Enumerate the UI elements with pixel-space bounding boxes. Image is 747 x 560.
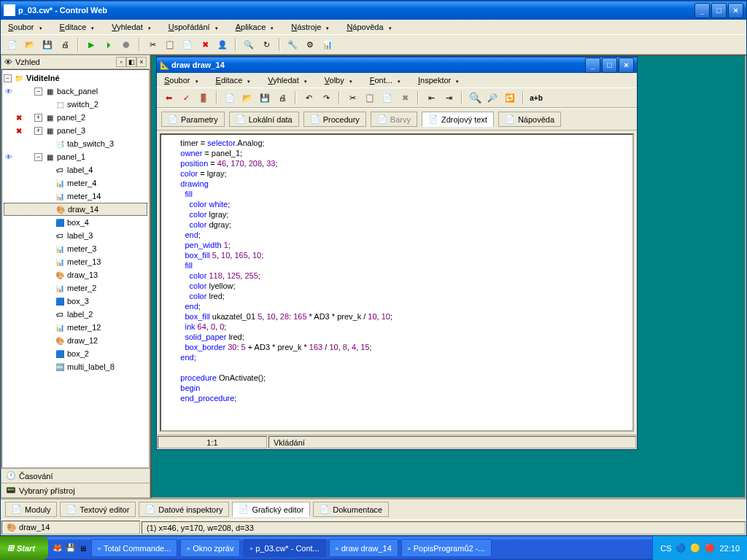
delete-icon[interactable]: ✖ (198, 37, 212, 52)
tab-procedury[interactable]: 📄Procedury (303, 112, 366, 127)
copy-icon[interactable]: 📋 (163, 37, 177, 52)
tree-item-draw_14[interactable]: 🎨draw_14 (4, 203, 147, 216)
tree-item-meter_12[interactable]: 📊meter_12 (4, 321, 147, 334)
task-4[interactable]: ▫PopisProgramů2 -... (401, 539, 492, 557)
cmenu-vyhledat[interactable]: Vyhledat ▾ (265, 74, 312, 86)
task-1[interactable]: ▫Okno zpráv (180, 539, 240, 557)
tree-item-panel_1[interactable]: 👁−▦panel_1 (4, 150, 147, 163)
tree-item-draw_12[interactable]: 🎨draw_12 (4, 334, 147, 347)
ct-redo-icon[interactable]: ↷ (319, 90, 333, 105)
ct-exit-icon[interactable]: ⬅ (161, 90, 176, 105)
child-maximize[interactable]: □ (602, 58, 617, 73)
maximize-button[interactable]: □ (711, 3, 727, 18)
tree-item-meter_3[interactable]: 📊meter_3 (4, 242, 147, 255)
tree-item-tab_switch_3[interactable]: 📑tab_switch_3 (4, 137, 147, 150)
btab-textový-editor[interactable]: 📄Textový editor (60, 502, 136, 517)
tree-view[interactable]: −📁Viditelné👁−▦back_panel⬚switch_2✖+▦pane… (1, 69, 150, 468)
code-editor[interactable]: timer = selector.Analog; owner = panel_1… (160, 133, 634, 432)
ct-paste-icon[interactable]: 📄 (380, 90, 395, 105)
zoom-icon[interactable]: 🔍 (241, 37, 256, 52)
panel-btn-1[interactable]: ▫ (116, 57, 126, 67)
task-2[interactable]: ▫p_03.cw* - Cont... (243, 539, 325, 557)
cmenu-font[interactable]: Font... ▾ (367, 74, 406, 86)
ct-undo-icon[interactable]: ↶ (301, 90, 316, 105)
user-icon[interactable]: 👤 (215, 37, 230, 52)
menu-vyhledat[interactable]: Vyhledat ▾ (109, 21, 156, 33)
tree-item-back_panel[interactable]: 👁−▦back_panel (4, 85, 147, 98)
cmenu-editace[interactable]: Editace ▾ (213, 74, 257, 86)
child-close[interactable]: × (619, 58, 634, 73)
menu-uspořádání[interactable]: Uspořádání ▾ (166, 21, 224, 33)
tree-item-label_2[interactable]: 🏷label_2 (4, 308, 147, 321)
clock[interactable]: 22:10 (719, 544, 740, 553)
paste-icon[interactable]: 📄 (180, 37, 195, 52)
tree-item-meter_14[interactable]: 📊meter_14 (4, 190, 147, 203)
tray3-icon[interactable]: 🔴 (705, 543, 715, 553)
tab-zdrojový-text[interactable]: 📄Zdrojový text (422, 112, 494, 127)
ct-check-icon[interactable]: ✓ (179, 90, 193, 105)
tray2-icon[interactable]: 🟡 (690, 543, 700, 553)
task-0[interactable]: ▫Total Commande... (91, 539, 177, 557)
tab-barvy[interactable]: 📄Barvy (371, 112, 417, 127)
tree-item-meter_13[interactable]: 📊meter_13 (4, 255, 147, 268)
menu-nápověda[interactable]: Nápověda ▾ (344, 21, 397, 33)
stop-icon[interactable]: ⬣ (119, 37, 133, 52)
selected-row[interactable]: 📟Vybraný přístroj (1, 483, 150, 498)
tree-item-switch_2[interactable]: ⬚switch_2 (4, 98, 147, 111)
quick2-icon[interactable]: 💾 (66, 543, 76, 553)
menu-nástroje[interactable]: Nástroje ▾ (288, 21, 335, 33)
new-icon[interactable]: 📄 (5, 37, 20, 52)
toggle-icon[interactable]: + (34, 127, 42, 135)
tool2-icon[interactable]: ⚙ (303, 37, 317, 52)
ct-delete-icon[interactable]: ✖ (398, 90, 412, 105)
run2-icon[interactable]: ⏵ (101, 37, 116, 52)
lang-indicator[interactable]: CS (660, 544, 671, 553)
btab-moduly[interactable]: 📄Moduly (5, 502, 57, 517)
btab-grafický-editor[interactable]: 📄Grafický editor (232, 502, 310, 517)
ct-door-icon[interactable]: 🚪 (196, 90, 211, 105)
ct-replace-icon[interactable]: 🔁 (503, 90, 517, 105)
toggle-icon[interactable]: − (34, 153, 42, 161)
task-3[interactable]: ▫draw draw_14 (329, 539, 398, 557)
minimize-button[interactable]: _ (694, 3, 710, 18)
tab-nápověda[interactable]: 📄Nápověda (498, 112, 561, 127)
ct-find-icon[interactable]: 🔍 (468, 90, 482, 105)
ct-ab-icon[interactable]: a+b (529, 90, 543, 105)
ct-new-icon[interactable]: 📄 (222, 90, 237, 105)
ct-indent-icon[interactable]: ⇤ (424, 90, 438, 105)
quick3-icon[interactable]: 🖥 (79, 544, 87, 553)
menu-aplikace[interactable]: Aplikace ▾ (233, 21, 280, 33)
cut-icon[interactable]: ✂ (145, 37, 160, 52)
start-button[interactable]: ⊞ Start (0, 536, 48, 560)
tab-parametry[interactable]: 📄Parametry (161, 112, 225, 127)
ct-cut-icon[interactable]: ✂ (345, 90, 360, 105)
cmenu-inspektor[interactable]: Inspektor ▾ (415, 74, 465, 86)
quick1-icon[interactable]: 🦊 (53, 543, 63, 553)
print-icon[interactable]: 🖨 (58, 37, 72, 52)
child-minimize[interactable]: _ (585, 58, 600, 73)
tree-item-draw_13[interactable]: 🎨draw_13 (4, 268, 147, 281)
tree-item-panel_3[interactable]: ✖+▦panel_3 (4, 124, 147, 137)
panel-btn-2[interactable]: ◧ (126, 57, 136, 67)
ct-print-icon[interactable]: 🖨 (275, 90, 290, 105)
menu-soubor[interactable]: Soubor ▾ (5, 21, 48, 33)
cmenu-volby[interactable]: Volby ▾ (322, 74, 358, 86)
panel-close[interactable]: × (136, 57, 147, 67)
toggle-icon[interactable]: + (34, 114, 42, 122)
tree-item-box_3[interactable]: 🟦box_3 (4, 295, 147, 308)
refresh-icon[interactable]: ↻ (259, 37, 274, 52)
btab-datové-inspektory[interactable]: 📄Datové inspektory (139, 502, 229, 517)
toggle-icon[interactable]: − (34, 88, 42, 96)
menu-editace[interactable]: Editace ▾ (57, 21, 101, 33)
ct-save-icon[interactable]: 💾 (258, 90, 272, 105)
close-button[interactable]: × (728, 3, 743, 18)
ct-copy-icon[interactable]: 📋 (363, 90, 377, 105)
ct-outdent-icon[interactable]: ⇥ (441, 90, 456, 105)
tool3-icon[interactable]: 📊 (320, 37, 335, 52)
ct-open-icon[interactable]: 📂 (240, 90, 255, 105)
tree-item-label_3[interactable]: 🏷label_3 (4, 229, 147, 242)
timing-row[interactable]: 🕐Časování (1, 469, 150, 483)
tree-item-meter_2[interactable]: 📊meter_2 (4, 281, 147, 295)
tree-toggle[interactable]: − (4, 74, 12, 82)
run-icon[interactable]: ▶ (84, 37, 98, 52)
